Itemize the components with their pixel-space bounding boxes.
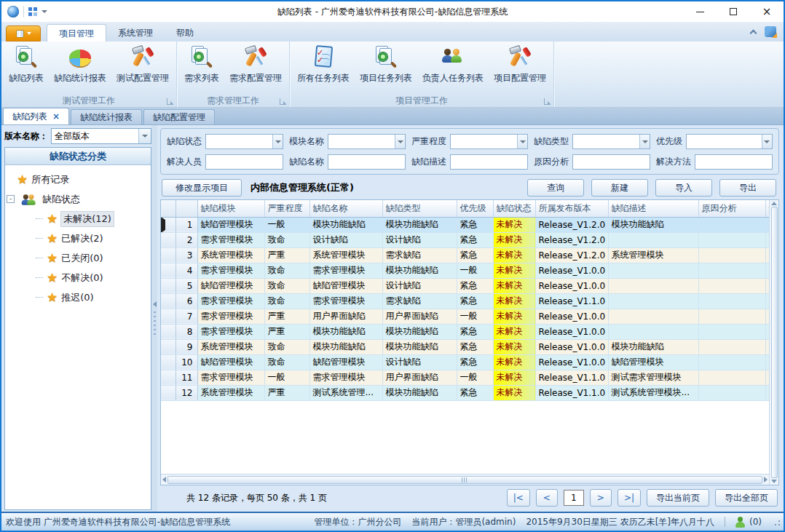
ribbon-button[interactable]: ✓✓所有任务列表: [292, 42, 355, 94]
table-row[interactable]: 1缺陷管理模块一般模块功能缺陷模块功能缺陷紧急未解决Release_V1.2.0…: [161, 217, 769, 232]
column-header[interactable]: 缺陷类型: [382, 200, 457, 217]
import-button[interactable]: 导入: [655, 179, 712, 196]
filter-input[interactable]: [205, 154, 283, 170]
ribbon-button[interactable]: 需求列表: [179, 42, 224, 94]
export-current-page-button[interactable]: 导出当前页: [647, 489, 709, 507]
ribbon-button[interactable]: 缺陷列表: [4, 42, 49, 94]
scroll-left-icon[interactable]: [162, 477, 166, 483]
filter-input-field[interactable]: [328, 135, 395, 148]
maximize-button[interactable]: [717, 1, 750, 22]
prev-page-button[interactable]: <: [536, 489, 558, 507]
ribbon-button[interactable]: 缺陷统计报表: [49, 42, 111, 94]
ribbon-tab-2[interactable]: 系统管理: [106, 24, 165, 41]
next-page-button[interactable]: >: [590, 489, 612, 507]
dialog-launcher-icon[interactable]: [544, 98, 551, 105]
filter-input-field[interactable]: [451, 135, 517, 148]
filter-input-field[interactable]: [687, 135, 762, 148]
filter-input-field[interactable]: [328, 155, 405, 169]
online-user-icon[interactable]: [735, 517, 745, 528]
tree-item[interactable]: ★不解决(0): [7, 268, 149, 287]
filter-select[interactable]: [205, 134, 283, 149]
collapse-node-icon[interactable]: -: [7, 195, 15, 203]
tree-item[interactable]: ★已关闭(0): [7, 248, 149, 268]
document-tab-1[interactable]: 缺陷列表×: [3, 108, 69, 124]
column-header[interactable]: 严重程度: [264, 200, 309, 217]
filter-input[interactable]: [450, 154, 528, 170]
minimize-button[interactable]: [683, 1, 717, 22]
filter-input[interactable]: [572, 154, 650, 170]
table-row[interactable]: 5缺陷管理模块致命缺陷管理模块设计缺陷紧急未解决Release_V1.0.0: [161, 278, 769, 293]
splitter[interactable]: [151, 125, 157, 512]
filter-input-field[interactable]: [206, 155, 283, 169]
last-page-button[interactable]: >|: [618, 489, 641, 507]
filter-input[interactable]: [695, 154, 773, 170]
filter-select[interactable]: [450, 134, 528, 149]
chevron-down-icon[interactable]: [272, 135, 283, 148]
page-number-input[interactable]: [564, 490, 584, 506]
table-row[interactable]: 7需求管理模块严重用户界面缺陷用户界面缺陷一般未解决Release_V1.0.0: [161, 309, 769, 324]
chevron-down-icon[interactable]: [138, 129, 151, 143]
tree-item[interactable]: ★推迟(0): [7, 287, 149, 307]
ribbon-button[interactable]: 需求配置管理: [224, 42, 287, 94]
filter-input[interactable]: [328, 154, 406, 170]
scroll-right-icon[interactable]: [764, 477, 768, 483]
horizontal-scrollbar[interactable]: [161, 474, 769, 485]
export-all-pages-button[interactable]: 导出全部页: [715, 489, 778, 507]
vertical-scroll-thumb[interactable]: [771, 207, 778, 478]
column-header[interactable]: 缺陷状态: [493, 200, 535, 217]
new-button[interactable]: 新建: [591, 179, 648, 196]
table-row[interactable]: 9系统管理模块致命模块功能缺陷模块功能缺陷紧急未解决Release_V1.0.0…: [161, 339, 769, 354]
tree-item[interactable]: ★未解决(12): [7, 209, 149, 229]
collapse-panel-icon[interactable]: [153, 301, 157, 307]
table-row[interactable]: 11需求管理模块一般需求管理模块用户界面缺陷一般未解决Release_V1.1.…: [161, 370, 769, 385]
ribbon-button[interactable]: 项目配置管理: [489, 42, 551, 94]
ribbon-button[interactable]: 项目任务列表: [355, 42, 417, 94]
column-header[interactable]: 缺陷模块: [197, 200, 264, 217]
resize-grip[interactable]: [772, 517, 781, 526]
ribbon-tab-3[interactable]: 帮助: [165, 24, 205, 41]
filter-select[interactable]: [328, 134, 406, 149]
ribbon-tab-1[interactable]: 项目管理: [47, 24, 106, 41]
filter-input-field[interactable]: [573, 135, 639, 148]
ribbon-button[interactable]: 测试配置管理: [111, 42, 174, 94]
chevron-down-icon[interactable]: [639, 135, 650, 148]
filter-select[interactable]: [572, 134, 650, 149]
query-button[interactable]: 查询: [527, 179, 584, 196]
version-select[interactable]: 全部版本: [51, 128, 151, 144]
chevron-down-icon[interactable]: [762, 135, 772, 148]
dialog-launcher-icon[interactable]: [167, 98, 173, 105]
column-header[interactable]: 缺陷名称: [309, 200, 382, 217]
skin-icon[interactable]: [765, 26, 776, 37]
scroll-down-icon[interactable]: [771, 480, 777, 483]
vertical-scrollbar[interactable]: [769, 200, 778, 485]
chevron-down-icon[interactable]: [395, 135, 405, 148]
filter-input-field[interactable]: [206, 135, 272, 148]
document-tab-2[interactable]: 缺陷统计报表: [71, 109, 142, 124]
filter-input-field[interactable]: [695, 155, 772, 169]
column-header[interactable]: 缺陷描述: [608, 200, 698, 217]
modify-columns-button[interactable]: 修改显示项目: [162, 179, 242, 196]
filter-input-field[interactable]: [573, 155, 650, 169]
tree-item[interactable]: -缺陷状态: [7, 189, 149, 209]
table-row[interactable]: 10缺陷管理模块致命缺陷管理模块设计缺陷紧急未解决Release_V1.0.0缺…: [161, 354, 769, 370]
column-header[interactable]: 原因分析: [698, 200, 765, 217]
quick-access-dropdown-icon[interactable]: [42, 10, 47, 13]
scroll-up-icon[interactable]: [771, 202, 777, 205]
quick-access-grid-icon[interactable]: [28, 7, 37, 16]
document-tab-3[interactable]: 缺陷配置管理: [143, 109, 215, 124]
collapse-ribbon-icon[interactable]: [750, 29, 757, 36]
filter-select[interactable]: [686, 134, 773, 149]
table-row[interactable]: 12系统管理模块严重测试系统管理...模块功能缺陷紧急未解决Release_V1…: [161, 385, 769, 400]
tree-item[interactable]: ★已解决(2): [7, 229, 149, 248]
table-row[interactable]: 3系统管理模块严重系统管理模块需求缺陷紧急未解决Release_V1.2.0系统…: [161, 247, 769, 263]
export-button[interactable]: 导出: [719, 179, 776, 196]
app-menu-button[interactable]: [6, 25, 41, 41]
first-page-button[interactable]: |<: [507, 489, 530, 507]
table-row[interactable]: 2需求管理模块致命设计缺陷设计缺陷紧急未解决Release_V1.2.0: [161, 232, 769, 247]
column-header[interactable]: 优先级: [457, 200, 493, 217]
filter-input-field[interactable]: [451, 155, 527, 169]
tree-item[interactable]: ★所有记录: [7, 170, 149, 189]
horizontal-scroll-thumb[interactable]: [167, 476, 762, 484]
table-row[interactable]: 6需求管理模块致命需求管理模块需求缺陷紧急未解决Release_V1.1.0: [161, 293, 769, 309]
table-row[interactable]: 4需求管理模块致命需求管理模块模块功能缺陷一般未解决Release_V1.0.0: [161, 263, 769, 278]
